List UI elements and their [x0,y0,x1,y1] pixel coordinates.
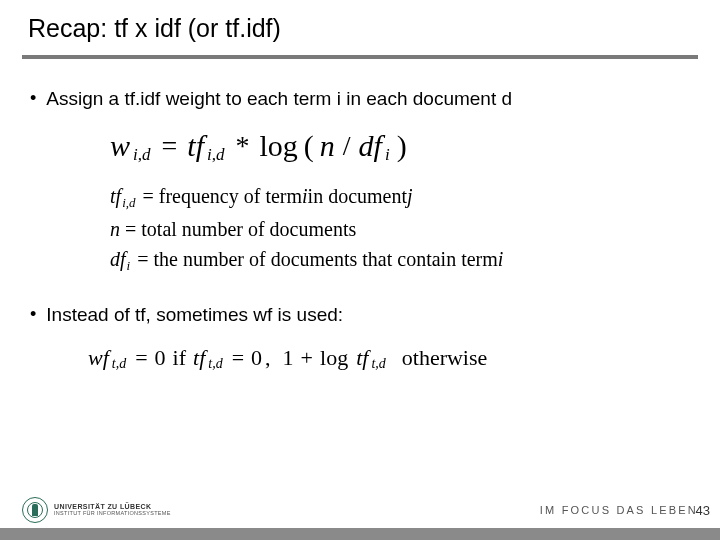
university-text: UNIVERSITÄT ZU LÜBECK INSTITUT FÜR INFOR… [54,503,171,517]
def-tf-text1: frequency of term [159,181,302,211]
university-block: UNIVERSITÄT ZU LÜBECK INSTITUT FÜR INFOR… [22,497,171,523]
wf-log: log [320,345,348,371]
footer-bar [0,528,720,540]
slide-body: • Assign a tf.idf weight to each term i … [0,59,720,540]
bullet-icon: • [30,87,36,109]
def-tf-j: j [407,181,413,211]
var-wf: wf [88,345,109,371]
bullet-1-text: Assign a tf.idf weight to each term i in… [46,87,512,111]
bullet-1: • Assign a tf.idf weight to each term i … [30,87,698,111]
university-institute: INSTITUT FÜR INFORMATIONSSYSTEME [54,511,171,517]
var-tf: tf [187,129,204,163]
def-n-eq: = [120,214,141,244]
footer: UNIVERSITÄT ZU LÜBECK INSTITUT FÜR INFOR… [0,494,720,540]
op-eq: = [158,130,182,162]
def-df-eq: = [132,244,153,274]
title-area: Recap: tf x idf (or tf.idf) [0,0,720,43]
wf-one: 1 [283,345,294,371]
wf-tf: tf [193,345,205,371]
var-df: df [359,129,382,163]
wf-eq1: = [131,345,151,371]
university-seal-icon [22,497,48,523]
sub-w: i,d [133,145,150,165]
wf-otherwise: otherwise [402,345,488,371]
slide: Recap: tf x idf (or tf.idf) • Assign a t… [0,0,720,540]
wf-tf2-sub: t,d [371,356,385,372]
formula-tfidf: w i,d = tf i,d * log ( n / df i ) [110,129,698,163]
var-n: n [320,129,335,163]
sub-df: i [385,145,390,165]
wf-tf-sub: t,d [208,356,222,372]
sub-wf: t,d [112,356,126,372]
wf-eq2: = [228,345,248,371]
def-n: n = total number of documents [110,214,698,244]
def-tf-eq: = [138,181,159,211]
def-tf-sym: tf [110,181,121,211]
def-n-sym: n [110,214,120,244]
wf-plus: + [297,345,317,371]
slide-title: Recap: tf x idf (or tf.idf) [28,14,720,43]
sub-tf: i,d [207,145,224,165]
def-tf-mid: in document [308,181,407,211]
op-mul: * [231,130,253,162]
wf-tf2: tf [356,345,368,371]
bullet-icon: • [30,303,36,325]
def-df: df i = the number of documents that cont… [110,244,698,277]
paren-l: ( [304,129,314,163]
op-slash: / [341,130,353,162]
def-n-text: total number of documents [141,214,356,244]
bullet-2: • Instead of tf, sometimes wf is used: [30,303,698,327]
slogan: IM FOCUS DAS LEBEN [540,504,698,516]
def-df-sym: df [110,244,126,274]
var-w: w [110,129,130,163]
wf-zero1: 0 [155,345,166,371]
definitions: tf i,d = frequency of term i in document… [110,181,698,277]
def-df-sub: i [127,251,131,281]
def-df-text: the number of documents that contain ter… [153,244,497,274]
wf-comma: , [265,345,271,371]
wf-zero2: 0 [251,345,262,371]
paren-r: ) [397,129,407,163]
footer-content: UNIVERSITÄT ZU LÜBECK INSTITUT FÜR INFOR… [0,494,720,528]
def-tf: tf i,d = frequency of term i in document… [110,181,698,214]
bullet-2-text: Instead of tf, sometimes wf is used: [46,303,343,327]
wf-if: if [169,345,190,371]
formula-wf: wf t,d = 0 if tf t,d = 0 , 1 + log tf t,… [88,345,698,371]
university-name: UNIVERSITÄT ZU LÜBECK [54,503,171,510]
def-tf-sub: i,d [122,188,135,218]
def-df-i: i [498,244,504,274]
fn-log: log [259,129,297,163]
